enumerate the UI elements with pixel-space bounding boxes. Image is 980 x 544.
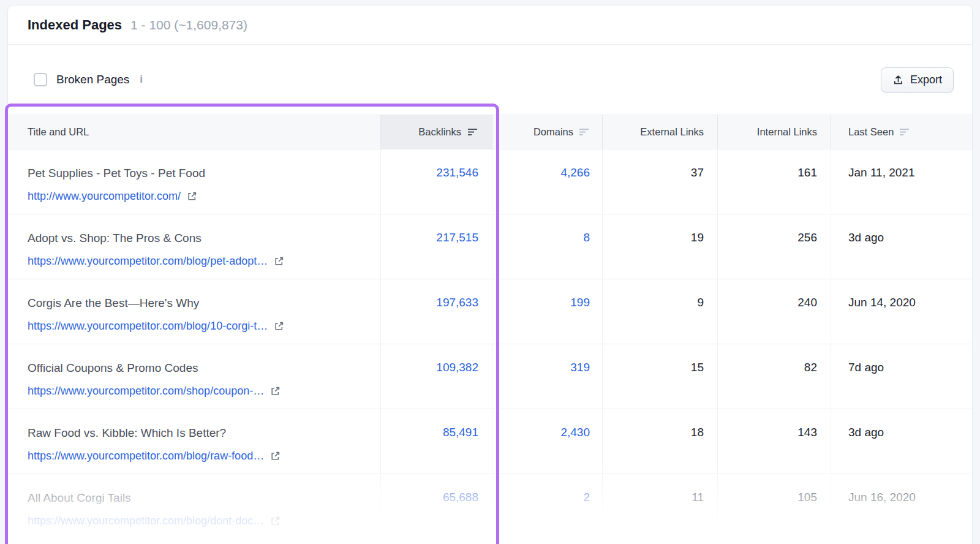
- last-seen-cell: 3d ago: [831, 409, 972, 474]
- domains-value[interactable]: 8: [583, 231, 590, 244]
- external-links-value: 19: [691, 231, 704, 244]
- sort-icon: [578, 128, 590, 136]
- external-links-cell: 9: [602, 279, 717, 344]
- backlinks-cell: 85,491: [380, 409, 492, 474]
- column-header-last-seen[interactable]: Last Seen: [831, 115, 972, 149]
- backlinks-value[interactable]: 231,546: [436, 166, 478, 179]
- column-header-backlinks-label: Backlinks: [418, 126, 461, 138]
- backlinks-cell: 197,633: [380, 279, 492, 344]
- domains-value[interactable]: 319: [570, 361, 590, 374]
- toolbar: Broken Pages i Export: [8, 45, 972, 115]
- external-link-icon[interactable]: [270, 516, 281, 526]
- external-links-value: 15: [691, 361, 704, 374]
- indexed-pages-card: Indexed Pages 1 - 100 (~1,609,873) Broke…: [7, 5, 973, 544]
- column-header-title-and-url[interactable]: Title and URL: [8, 115, 380, 149]
- internal-links-value: 256: [797, 231, 817, 244]
- internal-links-value: 82: [804, 361, 817, 374]
- page-url-link[interactable]: https://www.yourcompetitor.com/blog/10-c…: [28, 320, 268, 333]
- internal-links-value: 105: [797, 491, 817, 504]
- title-url-cell: Corgis Are the Best—Here's Why https://w…: [8, 279, 380, 344]
- backlinks-value[interactable]: 197,633: [436, 296, 478, 309]
- info-icon[interactable]: i: [138, 74, 143, 86]
- domains-value[interactable]: 2: [583, 491, 590, 504]
- page-row-title: All About Corgi Tails: [28, 491, 380, 505]
- title-url-cell: Pet Supplies - Pet Toys - Pet Food http:…: [8, 149, 380, 214]
- page-title: Indexed Pages: [28, 17, 122, 33]
- internal-links-cell: 161: [717, 149, 831, 214]
- title-url-cell: Adopt vs. Shop: The Pros & Cons https://…: [8, 214, 380, 279]
- title-url-cell: All About Corgi Tails https://www.yourco…: [8, 474, 380, 538]
- column-header-internal-links[interactable]: Internal Links: [717, 115, 831, 149]
- domains-cell: 2,430: [492, 409, 602, 474]
- backlinks-value[interactable]: 217,515: [436, 231, 478, 244]
- export-icon: [892, 74, 904, 86]
- column-header-domains[interactable]: Domains: [492, 115, 602, 149]
- domains-value[interactable]: 4,266: [560, 166, 590, 179]
- page-url-link[interactable]: https://www.yourcompetitor.com/blog/raw-…: [28, 450, 264, 463]
- last-seen-cell: 7d ago: [831, 344, 972, 409]
- result-range: 1 - 100 (~1,609,873): [130, 18, 247, 32]
- last-seen-cell: 3d ago: [831, 214, 972, 279]
- external-link-icon[interactable]: [187, 191, 197, 202]
- domains-cell: 8: [492, 214, 602, 279]
- internal-links-value: 161: [797, 166, 817, 179]
- page-url-link[interactable]: http://www.yourcompetitor.com/: [28, 190, 181, 203]
- external-link-icon[interactable]: [270, 451, 281, 461]
- last-seen-cell: Jun 14, 2020: [831, 279, 972, 344]
- page-row-title: Official Coupons & Promo Codes: [28, 361, 380, 376]
- external-links-cell: 15: [602, 344, 717, 409]
- export-button[interactable]: Export: [881, 67, 954, 93]
- title-url-cell: Raw Food vs. Kibble: Which Is Better? ht…: [8, 409, 380, 474]
- domains-value[interactable]: 2,430: [560, 426, 590, 439]
- internal-links-cell: 240: [717, 279, 831, 344]
- internal-links-value: 240: [797, 296, 817, 309]
- external-link-icon[interactable]: [270, 386, 281, 396]
- broken-pages-label: Broken Pages: [56, 73, 129, 86]
- internal-links-cell: 82: [717, 344, 831, 409]
- backlinks-cell: 217,515: [380, 214, 492, 279]
- external-links-cell: 18: [602, 409, 717, 474]
- export-label: Export: [910, 74, 942, 86]
- indexed-pages-table: Title and URL Backlinks Domains External…: [8, 115, 972, 539]
- column-header-last-seen-label: Last Seen: [848, 126, 894, 138]
- backlinks-cell: 231,546: [380, 149, 492, 214]
- page-url-link[interactable]: https://www.yourcompetitor.com/shop/coup…: [28, 385, 264, 398]
- page-row-title: Corgis Are the Best—Here's Why: [28, 296, 380, 311]
- broken-pages-toggle[interactable]: Broken Pages i: [34, 73, 143, 86]
- column-header-backlinks[interactable]: Backlinks: [380, 115, 492, 149]
- external-links-value: 37: [691, 166, 704, 179]
- column-header-domains-label: Domains: [533, 126, 573, 138]
- external-link-icon[interactable]: [274, 256, 284, 266]
- broken-pages-checkbox[interactable]: [34, 73, 47, 86]
- card-header: Indexed Pages 1 - 100 (~1,609,873): [8, 6, 972, 45]
- backlinks-value[interactable]: 65,688: [443, 491, 478, 504]
- backlinks-cell: 109,382: [380, 344, 492, 409]
- sort-descending-icon: [467, 128, 478, 136]
- table-row: Corgis Are the Best—Here's Why https://w…: [8, 279, 972, 344]
- last-seen-cell: Jan 11, 2021: [831, 149, 972, 214]
- external-links-value: 11: [692, 491, 704, 504]
- table-row: Official Coupons & Promo Codes https://w…: [8, 344, 972, 409]
- column-header-external-links[interactable]: External Links: [602, 115, 717, 149]
- external-links-value: 18: [691, 426, 704, 439]
- internal-links-cell: 143: [717, 409, 831, 474]
- domains-value[interactable]: 199: [570, 296, 590, 309]
- external-link-icon[interactable]: [274, 321, 284, 331]
- page-url-link[interactable]: https://www.yourcompetitor.com/blog/dont…: [28, 515, 264, 527]
- backlinks-cell: 65,688: [380, 474, 492, 538]
- page-row-title: Adopt vs. Shop: The Pros & Cons: [28, 231, 380, 246]
- backlinks-value[interactable]: 109,382: [436, 361, 478, 374]
- page-url-link[interactable]: https://www.yourcompetitor.com/blog/pet-…: [28, 255, 268, 268]
- table-header-row: Title and URL Backlinks Domains External…: [8, 115, 972, 149]
- external-links-value: 9: [697, 296, 704, 309]
- external-links-cell: 11: [602, 474, 717, 538]
- table-row: Pet Supplies - Pet Toys - Pet Food http:…: [8, 149, 972, 214]
- page-row-title: Pet Supplies - Pet Toys - Pet Food: [28, 166, 380, 181]
- domains-cell: 199: [492, 279, 602, 344]
- backlinks-value[interactable]: 85,491: [443, 426, 478, 439]
- external-links-cell: 19: [602, 214, 717, 279]
- domains-cell: 319: [492, 344, 602, 409]
- title-url-cell: Official Coupons & Promo Codes https://w…: [8, 344, 380, 409]
- last-seen-cell: Jun 16, 2020: [831, 474, 972, 538]
- table-row: Adopt vs. Shop: The Pros & Cons https://…: [8, 214, 972, 279]
